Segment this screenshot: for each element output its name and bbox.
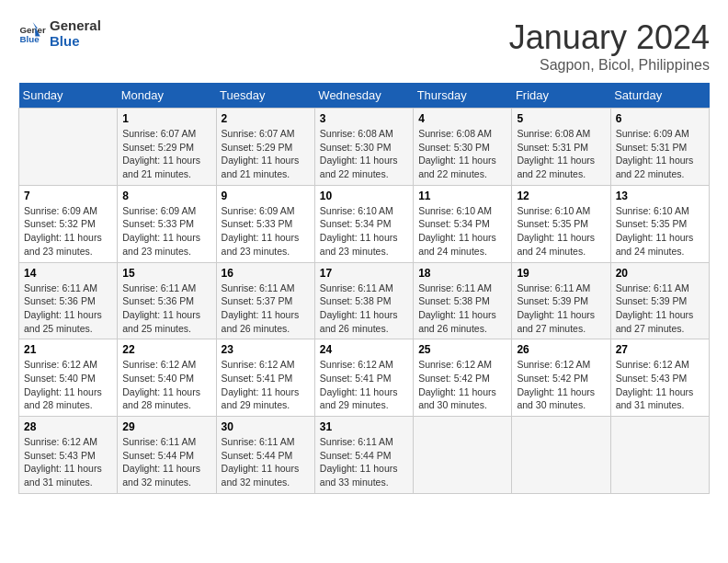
- day-cell: 30Sunrise: 6:11 AMSunset: 5:44 PMDayligh…: [216, 417, 314, 494]
- day-info: Sunrise: 6:11 AMSunset: 5:36 PMDaylight:…: [24, 282, 112, 336]
- day-info: Sunrise: 6:10 AMSunset: 5:35 PMDaylight:…: [517, 204, 605, 259]
- day-cell: 27Sunrise: 6:12 AMSunset: 5:43 PMDayligh…: [610, 339, 709, 417]
- svg-text:General: General: [20, 24, 47, 34]
- week-row-1: 7Sunrise: 6:09 AMSunset: 5:32 PMDaylight…: [19, 185, 710, 262]
- day-number: 27: [616, 343, 704, 356]
- day-number: 21: [24, 343, 112, 356]
- day-info: Sunrise: 6:07 AMSunset: 5:29 PMDaylight:…: [222, 127, 310, 181]
- day-cell: 2Sunrise: 6:07 AMSunset: 5:29 PMDaylight…: [216, 109, 314, 186]
- day-cell: 15Sunrise: 6:11 AMSunset: 5:36 PMDayligh…: [118, 262, 216, 339]
- day-info: Sunrise: 6:11 AMSunset: 5:36 PMDaylight:…: [122, 282, 210, 336]
- day-number: 5: [517, 112, 605, 125]
- day-info: Sunrise: 6:12 AMSunset: 5:40 PMDaylight:…: [122, 358, 210, 412]
- day-info: Sunrise: 6:12 AMSunset: 5:43 PMDaylight:…: [616, 358, 704, 412]
- day-number: 12: [517, 190, 605, 202]
- day-info: Sunrise: 6:08 AMSunset: 5:31 PMDaylight:…: [517, 127, 605, 181]
- day-number: 22: [122, 343, 210, 356]
- day-cell: 4Sunrise: 6:08 AMSunset: 5:30 PMDaylight…: [414, 109, 512, 186]
- day-number: 1: [122, 112, 210, 125]
- header-cell-saturday: Saturday: [610, 83, 709, 109]
- day-cell: 12Sunrise: 6:10 AMSunset: 5:35 PMDayligh…: [512, 185, 610, 262]
- day-info: Sunrise: 6:11 AMSunset: 5:38 PMDaylight:…: [418, 282, 506, 336]
- day-number: 25: [418, 343, 506, 356]
- logo-icon: General Blue: [18, 20, 46, 48]
- day-cell: 14Sunrise: 6:11 AMSunset: 5:36 PMDayligh…: [19, 262, 118, 339]
- day-cell: 11Sunrise: 6:10 AMSunset: 5:34 PMDayligh…: [414, 185, 512, 262]
- day-info: Sunrise: 6:11 AMSunset: 5:39 PMDaylight:…: [616, 282, 704, 336]
- day-number: 23: [222, 343, 310, 356]
- day-number: 30: [222, 420, 310, 433]
- logo: General Blue General Blue: [18, 18, 101, 49]
- day-number: 13: [616, 190, 704, 202]
- day-cell: 6Sunrise: 6:09 AMSunset: 5:31 PMDaylight…: [610, 109, 709, 186]
- day-info: Sunrise: 6:12 AMSunset: 5:42 PMDaylight:…: [517, 358, 605, 412]
- header-cell-friday: Friday: [512, 83, 610, 109]
- day-number: 9: [222, 190, 310, 202]
- header: General Blue General Blue January 2024 S…: [18, 18, 710, 74]
- day-cell: 20Sunrise: 6:11 AMSunset: 5:39 PMDayligh…: [610, 262, 709, 339]
- day-cell: 24Sunrise: 6:12 AMSunset: 5:41 PMDayligh…: [314, 339, 413, 417]
- week-row-2: 14Sunrise: 6:11 AMSunset: 5:36 PMDayligh…: [19, 262, 710, 339]
- day-info: Sunrise: 6:12 AMSunset: 5:40 PMDaylight:…: [24, 358, 112, 412]
- day-cell: 28Sunrise: 6:12 AMSunset: 5:43 PMDayligh…: [19, 417, 118, 494]
- day-number: 18: [418, 267, 506, 280]
- day-info: Sunrise: 6:11 AMSunset: 5:44 PMDaylight:…: [122, 435, 210, 489]
- day-cell: 17Sunrise: 6:11 AMSunset: 5:38 PMDayligh…: [314, 262, 413, 339]
- day-number: 29: [122, 420, 210, 433]
- day-info: Sunrise: 6:10 AMSunset: 5:34 PMDaylight:…: [418, 204, 506, 259]
- day-number: 14: [24, 267, 112, 280]
- day-cell: 21Sunrise: 6:12 AMSunset: 5:40 PMDayligh…: [19, 339, 118, 417]
- day-cell: [414, 417, 512, 494]
- day-info: Sunrise: 6:12 AMSunset: 5:41 PMDaylight:…: [222, 358, 310, 412]
- day-cell: [512, 417, 610, 494]
- day-info: Sunrise: 6:10 AMSunset: 5:34 PMDaylight:…: [320, 204, 408, 259]
- day-cell: 13Sunrise: 6:10 AMSunset: 5:35 PMDayligh…: [610, 185, 709, 262]
- calendar-table: SundayMondayTuesdayWednesdayThursdayFrid…: [18, 83, 710, 494]
- day-number: 20: [616, 267, 704, 280]
- day-number: 28: [24, 420, 112, 433]
- day-number: 3: [320, 112, 408, 125]
- day-cell: 22Sunrise: 6:12 AMSunset: 5:40 PMDayligh…: [118, 339, 216, 417]
- day-number: 2: [222, 112, 310, 125]
- day-number: 8: [122, 190, 210, 202]
- day-cell: [19, 109, 118, 186]
- day-info: Sunrise: 6:09 AMSunset: 5:32 PMDaylight:…: [24, 204, 112, 259]
- day-number: 19: [517, 267, 605, 280]
- main-title: January 2024: [509, 18, 710, 57]
- subtitle: Sagpon, Bicol, Philippines: [509, 57, 710, 74]
- day-info: Sunrise: 6:11 AMSunset: 5:37 PMDaylight:…: [222, 282, 310, 336]
- header-cell-monday: Monday: [118, 83, 216, 109]
- day-cell: 23Sunrise: 6:12 AMSunset: 5:41 PMDayligh…: [216, 339, 314, 417]
- day-number: 7: [24, 190, 112, 202]
- day-info: Sunrise: 6:08 AMSunset: 5:30 PMDaylight:…: [320, 127, 408, 181]
- day-info: Sunrise: 6:11 AMSunset: 5:39 PMDaylight:…: [517, 282, 605, 336]
- day-cell: 9Sunrise: 6:09 AMSunset: 5:33 PMDaylight…: [216, 185, 314, 262]
- day-number: 4: [418, 112, 506, 125]
- day-number: 17: [320, 267, 408, 280]
- day-cell: 3Sunrise: 6:08 AMSunset: 5:30 PMDaylight…: [314, 109, 413, 186]
- week-row-0: 1Sunrise: 6:07 AMSunset: 5:29 PMDaylight…: [19, 109, 710, 186]
- day-cell: 31Sunrise: 6:11 AMSunset: 5:44 PMDayligh…: [314, 417, 413, 494]
- day-number: 24: [320, 343, 408, 356]
- day-number: 10: [320, 190, 408, 202]
- day-cell: 8Sunrise: 6:09 AMSunset: 5:33 PMDaylight…: [118, 185, 216, 262]
- week-row-4: 28Sunrise: 6:12 AMSunset: 5:43 PMDayligh…: [19, 417, 710, 494]
- day-number: 26: [517, 343, 605, 356]
- header-cell-sunday: Sunday: [19, 83, 118, 109]
- day-info: Sunrise: 6:07 AMSunset: 5:29 PMDaylight:…: [122, 127, 210, 181]
- day-cell: 19Sunrise: 6:11 AMSunset: 5:39 PMDayligh…: [512, 262, 610, 339]
- day-cell: 10Sunrise: 6:10 AMSunset: 5:34 PMDayligh…: [314, 185, 413, 262]
- day-cell: 29Sunrise: 6:11 AMSunset: 5:44 PMDayligh…: [118, 417, 216, 494]
- header-cell-tuesday: Tuesday: [216, 83, 314, 109]
- day-info: Sunrise: 6:11 AMSunset: 5:38 PMDaylight:…: [320, 282, 408, 336]
- day-cell: 18Sunrise: 6:11 AMSunset: 5:38 PMDayligh…: [414, 262, 512, 339]
- logo-general: General: [50, 18, 101, 34]
- day-number: 31: [320, 420, 408, 433]
- day-info: Sunrise: 6:12 AMSunset: 5:43 PMDaylight:…: [24, 435, 112, 489]
- day-number: 11: [418, 190, 506, 202]
- day-info: Sunrise: 6:11 AMSunset: 5:44 PMDaylight:…: [320, 435, 408, 489]
- day-info: Sunrise: 6:12 AMSunset: 5:42 PMDaylight:…: [418, 358, 506, 412]
- day-cell: 16Sunrise: 6:11 AMSunset: 5:37 PMDayligh…: [216, 262, 314, 339]
- day-cell: 1Sunrise: 6:07 AMSunset: 5:29 PMDaylight…: [118, 109, 216, 186]
- header-cell-wednesday: Wednesday: [314, 83, 413, 109]
